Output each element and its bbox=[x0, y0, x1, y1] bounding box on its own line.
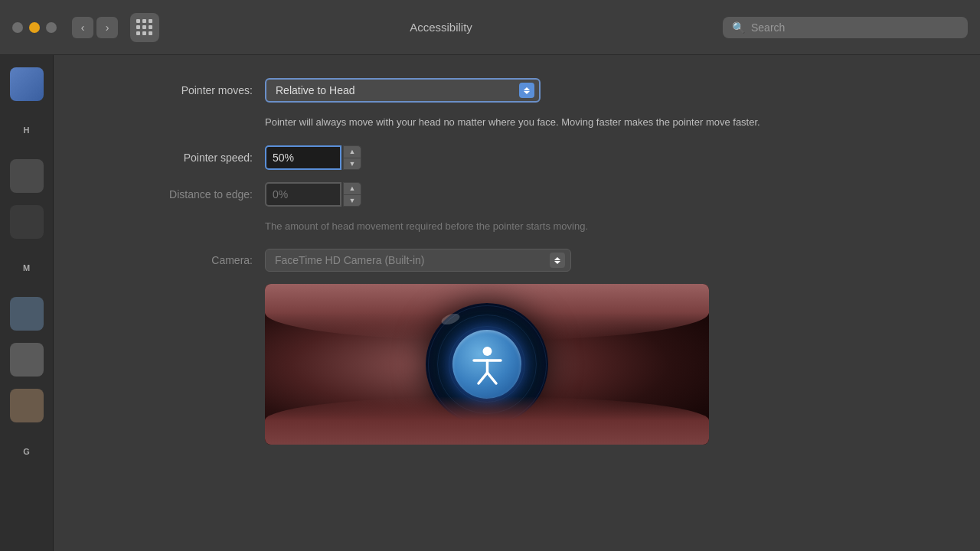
eyelid-bottom bbox=[265, 396, 709, 445]
distance-to-edge-decrement[interactable]: ▼ bbox=[343, 194, 361, 207]
pointer-moves-select[interactable]: Relative to Head Relative to Window Disa… bbox=[265, 78, 541, 103]
pointer-speed-input[interactable] bbox=[265, 145, 341, 170]
pointer-moves-label: Pointer moves: bbox=[84, 84, 253, 96]
sidebar-label-h: H bbox=[24, 126, 30, 135]
camera-row: Camera: FaceTime HD Camera (Built-in) bbox=[84, 249, 949, 272]
pointer-moves-dropdown-wrapper: Relative to Head Relative to Window Disa… bbox=[265, 78, 541, 103]
eye-visual bbox=[265, 284, 709, 445]
sidebar-item-g[interactable]: G bbox=[5, 430, 48, 473]
pointer-moves-description: Pointer will always move with your head … bbox=[265, 115, 893, 130]
sidebar-icon-2 bbox=[10, 205, 44, 239]
sidebar-icon-5 bbox=[10, 389, 44, 422]
content-area: Pointer moves: Relative to Head Relative… bbox=[54, 55, 980, 551]
sidebar: H M G bbox=[0, 55, 54, 551]
svg-line-3 bbox=[479, 373, 488, 383]
distance-description: The amount of head movement required bef… bbox=[265, 219, 893, 234]
sidebar-item-3[interactable] bbox=[5, 292, 48, 335]
svg-line-4 bbox=[487, 373, 496, 383]
search-input[interactable] bbox=[751, 21, 959, 34]
camera-preview bbox=[265, 284, 709, 445]
pointer-speed-increment[interactable]: ▲ bbox=[343, 145, 361, 158]
sidebar-icon-0 bbox=[10, 67, 44, 101]
traffic-lights bbox=[12, 22, 57, 33]
distance-to-edge-stepper: ▲ ▼ bbox=[265, 182, 361, 207]
nav-buttons: ‹ › bbox=[72, 17, 118, 38]
camera-dropdown-wrapper: FaceTime HD Camera (Built-in) bbox=[265, 249, 571, 272]
sidebar-item-0[interactable] bbox=[5, 63, 48, 106]
sidebar-item-m[interactable]: M bbox=[5, 246, 48, 289]
pointer-speed-label: Pointer speed: bbox=[84, 152, 253, 164]
pointer-speed-stepper: ▲ ▼ bbox=[265, 145, 361, 170]
sidebar-label-g: G bbox=[23, 447, 30, 456]
accessibility-icon bbox=[452, 330, 521, 399]
grid-view-button[interactable] bbox=[130, 13, 159, 42]
sidebar-icon-4 bbox=[10, 343, 44, 377]
distance-to-edge-label: Distance to edge: bbox=[84, 188, 253, 201]
main-layout: H M G Pointer moves: Rela bbox=[0, 55, 980, 551]
grid-icon bbox=[136, 19, 153, 36]
distance-to-edge-buttons: ▲ ▼ bbox=[343, 182, 361, 207]
close-button[interactable] bbox=[12, 22, 23, 33]
svg-point-0 bbox=[482, 347, 492, 356]
sidebar-item-h[interactable]: H bbox=[5, 109, 48, 152]
sidebar-icon-1 bbox=[10, 159, 44, 193]
pointer-moves-row: Pointer moves: Relative to Head Relative… bbox=[84, 78, 949, 103]
camera-label: Camera: bbox=[84, 254, 253, 266]
sidebar-item-5[interactable] bbox=[5, 384, 48, 427]
window-title: Accessibility bbox=[168, 21, 714, 34]
pointer-speed-buttons: ▲ ▼ bbox=[343, 145, 361, 170]
forward-button[interactable]: › bbox=[96, 17, 118, 38]
sidebar-item-4[interactable] bbox=[5, 338, 48, 381]
sidebar-item-2[interactable] bbox=[5, 201, 48, 243]
search-icon: 🔍 bbox=[732, 21, 745, 34]
distance-to-edge-row: Distance to edge: ▲ ▼ bbox=[84, 182, 949, 207]
pointer-speed-decrement[interactable]: ▼ bbox=[343, 158, 361, 170]
search-bar[interactable]: 🔍 bbox=[723, 17, 968, 38]
camera-select[interactable]: FaceTime HD Camera (Built-in) bbox=[265, 249, 571, 272]
back-button[interactable]: ‹ bbox=[72, 17, 93, 38]
distance-to-edge-increment[interactable]: ▲ bbox=[343, 182, 361, 194]
sidebar-item-1[interactable] bbox=[5, 155, 48, 197]
sidebar-icon-3 bbox=[10, 297, 44, 331]
accessibility-figure-icon bbox=[466, 344, 508, 386]
sidebar-label-m: M bbox=[23, 263, 30, 272]
maximize-button[interactable] bbox=[46, 22, 57, 33]
pointer-speed-row: Pointer speed: ▲ ▼ bbox=[84, 145, 949, 170]
titlebar: ‹ › Accessibility 🔍 bbox=[0, 0, 980, 55]
distance-to-edge-input[interactable] bbox=[265, 182, 341, 207]
minimize-button[interactable] bbox=[29, 22, 40, 33]
